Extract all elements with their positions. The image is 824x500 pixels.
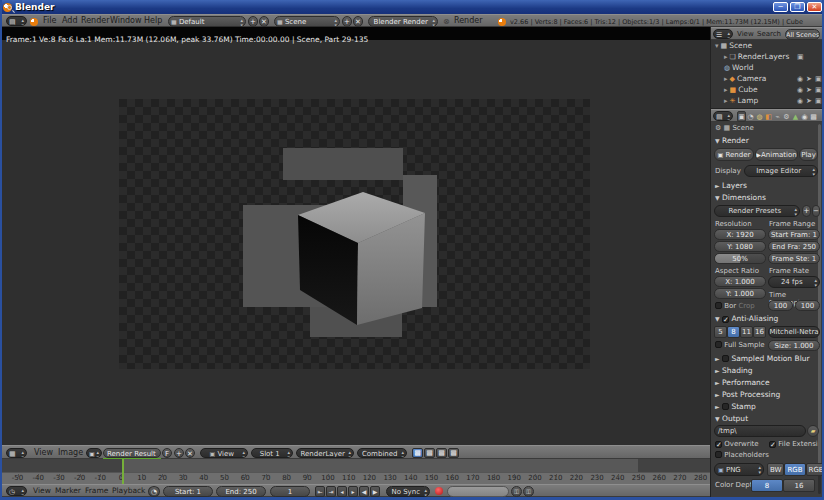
selectable-cursor-icon[interactable]: ➤: [806, 86, 812, 94]
selectable-cursor-icon[interactable]: ➤: [806, 97, 812, 105]
new-image-button[interactable]: +: [174, 448, 184, 458]
properties-tab-object-data[interactable]: ▲: [791, 113, 800, 121]
maximize-button[interactable]: ❐: [790, 2, 805, 12]
timeline-menu-playback[interactable]: Playback: [112, 485, 145, 497]
timeline-menu-marker[interactable]: Marker: [55, 485, 81, 497]
play-reverse-button[interactable]: ◀: [359, 486, 369, 497]
panel-layers-header[interactable]: ► Layers: [715, 181, 747, 190]
expander-icon[interactable]: ▸: [724, 75, 728, 83]
aa-samples-16[interactable]: 16: [753, 326, 766, 338]
delete-scene-button[interactable]: ✕: [353, 16, 363, 27]
panel-sampled-motion-blur-header[interactable]: ► Sampled Motion Blur: [715, 354, 815, 366]
start-frame-input[interactable]: Start: 1: [163, 486, 213, 497]
channel-rgba[interactable]: RGBA: [806, 463, 824, 476]
channel-rgba-icon[interactable]: ▩: [424, 448, 435, 458]
properties-tab-scene[interactable]: ◔: [746, 113, 755, 121]
channel-z-icon[interactable]: ▩: [448, 448, 459, 458]
play-button[interactable]: ▶: [370, 486, 380, 497]
panel-output-header[interactable]: ▼ Output: [715, 414, 748, 423]
scene-selector[interactable]: ▦ Scene▴▾: [274, 16, 340, 27]
outliner-item-label[interactable]: Camera: [737, 74, 766, 83]
file-format-dropdown[interactable]: ▣ PNG▴▾: [714, 463, 764, 476]
browse-folder-button[interactable]: ▰: [807, 425, 819, 437]
aa-filter-dropdown[interactable]: Mitchell-Netra▴▾: [768, 326, 820, 338]
file-ext-box[interactable]: ✓: [769, 441, 776, 448]
remap-new-field[interactable]: 100: [795, 300, 820, 311]
aa-size-field[interactable]: Size: 1.000: [768, 340, 820, 351]
jump-to-start-button[interactable]: ⇤: [315, 486, 325, 497]
render-layer-dropdown[interactable]: RenderLayer▴▾: [296, 448, 354, 458]
aa-samples-5[interactable]: 5: [714, 326, 727, 338]
aa-checkbox[interactable]: ✓: [722, 316, 729, 323]
properties-tab-modifiers[interactable]: ⚙: [782, 113, 791, 121]
sync-dropdown[interactable]: No Sync▴▾: [386, 486, 430, 497]
panel-post-processing-header[interactable]: ► Post Processing: [715, 390, 815, 402]
view-mode-dropdown[interactable]: ▣ View▴▾: [200, 448, 248, 458]
render-animation-button[interactable]: ▶Animation: [755, 148, 798, 161]
unlink-image-button[interactable]: ✕: [185, 448, 195, 458]
slot-dropdown[interactable]: Slot 1▴▾: [251, 448, 293, 458]
outliner-row-cube[interactable]: ▸■Cube◉➤▣: [711, 84, 822, 95]
properties-tab-constraints[interactable]: ⌁: [773, 113, 782, 121]
image-browse-button[interactable]: ▣ ▴▾: [86, 448, 102, 458]
image-name-field[interactable]: Render Result: [103, 448, 161, 458]
remove-preset-button[interactable]: −: [812, 205, 820, 217]
render-presets-dropdown[interactable]: Render Presets▴▾: [714, 205, 800, 217]
timeline-editor-dropdown[interactable]: ◷ ▴▾: [6, 486, 27, 496]
menu-add[interactable]: Add: [62, 15, 78, 27]
visibility-eye-icon[interactable]: ◉: [797, 75, 803, 83]
window-titlebar[interactable]: Blender ─ ❐ ✕: [0, 0, 824, 14]
panel-dimensions-header[interactable]: ▼ Dimensions: [715, 193, 766, 202]
aa-samples-8[interactable]: 8: [727, 326, 740, 338]
fake-user-button[interactable]: F: [162, 448, 172, 458]
expander-icon[interactable]: ▸: [724, 86, 728, 94]
image-menu-image[interactable]: Image: [58, 447, 83, 459]
renderable-camera-icon[interactable]: ▣: [815, 75, 822, 83]
outliner-row-scene[interactable]: ▾▦Scene: [711, 40, 822, 51]
menu-help[interactable]: Help: [144, 15, 162, 27]
start-frame-field[interactable]: Start Fram: 1: [768, 229, 820, 240]
add-layout-button[interactable]: +: [248, 16, 258, 27]
full-sample-checkbox[interactable]: Full Sample: [715, 341, 765, 349]
properties-tab-texture[interactable]: ▩: [809, 113, 818, 121]
panel-stamp-header[interactable]: ► Stamp: [715, 402, 815, 414]
delete-keyframe-button[interactable]: ⚿: [523, 486, 534, 497]
renderable-camera-icon[interactable]: ▣: [815, 86, 822, 94]
cancel-render-icon[interactable]: ⊗: [443, 17, 450, 26]
timeline-menu-frame[interactable]: Frame: [85, 485, 108, 497]
placeholders-box[interactable]: [715, 451, 722, 458]
visibility-eye-icon[interactable]: ◉: [797, 97, 803, 105]
outliner-item-label[interactable]: Scene: [729, 41, 752, 50]
properties-tab-object[interactable]: ◧: [764, 113, 773, 121]
resolution-y-field[interactable]: Y: 1080: [714, 241, 766, 252]
end-frame-input[interactable]: End: 250: [216, 486, 266, 497]
image-editor-type-dropdown[interactable]: ▦ ▴▾: [6, 448, 27, 458]
image-editor-canvas[interactable]: Frame:1 Ve:8 Fa:6 La:1 Mem:11.73M (12.06…: [2, 27, 711, 445]
aspect-x-field[interactable]: X: 1.000: [714, 276, 766, 287]
panel-performance-header[interactable]: ► Performance: [715, 378, 815, 390]
menu-window[interactable]: Window: [110, 15, 142, 27]
use-preview-range-button[interactable]: ◔: [148, 486, 160, 497]
record-button[interactable]: [435, 487, 443, 495]
end-frame-field[interactable]: End Fra: 250: [768, 241, 820, 252]
properties-tab-material[interactable]: ◉: [800, 113, 809, 121]
blender-menu-icon[interactable]: [30, 18, 38, 26]
expander-icon[interactable]: ▸: [724, 97, 728, 105]
panel-shading-header[interactable]: ► Shading: [715, 366, 815, 378]
outliner-row-camera[interactable]: ▸◆Camera◉➤▣: [711, 73, 822, 84]
properties-editor-dropdown[interactable]: ▤ ▴▾: [713, 111, 733, 121]
display-dropdown[interactable]: Image Editor▴▾: [744, 165, 818, 177]
minimize-button[interactable]: ─: [773, 2, 788, 12]
panel-render-header[interactable]: ▼ Render: [715, 136, 749, 145]
outliner-item-label[interactable]: World: [732, 63, 754, 72]
outliner-item-label[interactable]: Lamp: [737, 96, 758, 105]
expander-icon[interactable]: ▾: [715, 42, 719, 50]
color-depth-16[interactable]: 16: [783, 479, 815, 492]
keying-set-field[interactable]: [447, 486, 509, 497]
properties-tab-render[interactable]: ▣: [737, 111, 746, 122]
timeline-canvas[interactable]: -50-40-30-20-100102030405060708090100110…: [2, 459, 711, 484]
timeline-menu-view[interactable]: View: [33, 485, 51, 497]
outliner-row-renderlayers[interactable]: ▸❏RenderLayers▣: [711, 51, 822, 62]
jump-to-end-button[interactable]: ⇥: [326, 486, 336, 497]
menu-render[interactable]: Render: [81, 15, 109, 27]
